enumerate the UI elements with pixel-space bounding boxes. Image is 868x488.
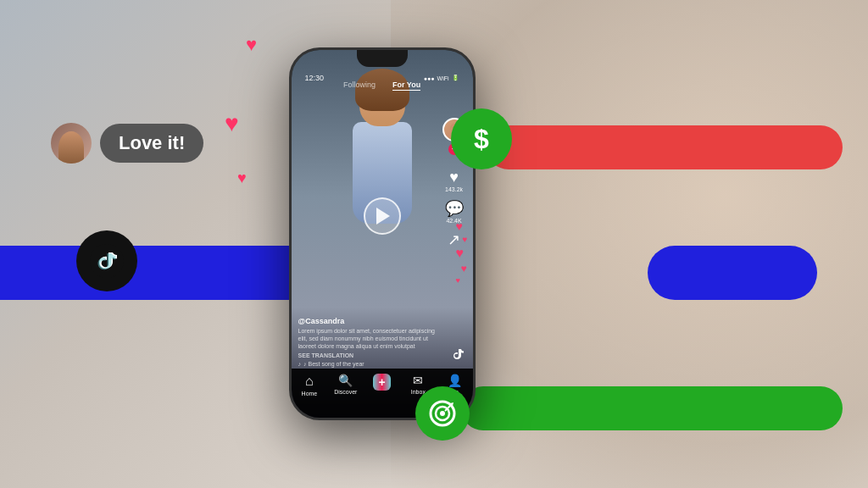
- floating-hearts: ♥ ♥ ♥ ♥ ♥: [456, 219, 468, 285]
- svg-point-3: [440, 411, 445, 416]
- nav-home[interactable]: ⌂ Home: [292, 374, 328, 396]
- love-bubble-wrapper: Love it!: [51, 123, 203, 164]
- user-avatar: [51, 123, 92, 164]
- username: @Cassandra: [298, 317, 442, 325]
- tiktok-icon-circle: [76, 230, 137, 291]
- music-note: ♪: [298, 361, 302, 367]
- phone-wrapper: 12:30 ●●● WiFi 🔋 Following For You +: [289, 47, 476, 420]
- nav-add[interactable]: +: [364, 374, 400, 391]
- home-label: Home: [302, 391, 318, 396]
- love-bubble: Love it!: [100, 124, 203, 163]
- tab-for-you[interactable]: For You: [392, 80, 420, 91]
- inbox-icon: ✉: [413, 374, 423, 387]
- phone: 12:30 ●●● WiFi 🔋 Following For You +: [289, 47, 476, 420]
- red-bar: [487, 125, 843, 169]
- like-section: ♥ 143.2k: [445, 169, 463, 192]
- like-icon[interactable]: ♥: [445, 169, 463, 186]
- tab-following[interactable]: Following: [343, 80, 376, 91]
- love-bubble-text: Love it!: [119, 132, 185, 153]
- floating-heart-4: ♥: [461, 263, 468, 274]
- phone-tabs: Following For You: [292, 80, 473, 91]
- target-icon: [415, 386, 470, 441]
- discover-label: Discover: [334, 389, 357, 395]
- comment-icon[interactable]: 💬: [445, 199, 464, 218]
- see-translation[interactable]: SEE TRANSLATION: [298, 352, 442, 358]
- nav-discover[interactable]: 🔍 Discover: [327, 374, 364, 395]
- floating-heart-5: ♥: [456, 276, 468, 285]
- heart-decoration-2: ♥: [225, 110, 239, 137]
- play-button[interactable]: [364, 197, 401, 235]
- blue-bar-right: [648, 246, 817, 300]
- floating-heart-1: ♥: [456, 219, 468, 233]
- phone-bottom-info: @Cassandra Lorem ipsum dolor sit amet, c…: [298, 317, 442, 367]
- like-count: 143.2k: [445, 186, 463, 192]
- home-icon: ⌂: [305, 374, 314, 389]
- green-bar-bottom: [461, 386, 843, 430]
- search-icon: 🔍: [338, 374, 353, 387]
- video-description: Lorem ipsum dolor sit amet, consectetuer…: [298, 327, 442, 350]
- profile-icon: 👤: [448, 374, 462, 387]
- svg-point-0: [90, 244, 124, 278]
- music-text: ♪ Best song of the year: [303, 361, 364, 367]
- music-info: ♪ ♪ Best song of the year: [298, 361, 442, 367]
- phone-notch: [357, 50, 408, 67]
- tiktok-watermark: [449, 346, 466, 363]
- play-triangle: [376, 208, 390, 225]
- floating-heart-2: ♥: [463, 235, 468, 244]
- floating-heart-3: ♥: [456, 246, 468, 261]
- heart-decoration-1: ♥: [246, 34, 257, 56]
- heart-decoration-3: ♥: [237, 169, 247, 187]
- add-icon[interactable]: +: [373, 374, 390, 391]
- dollar-icon: $: [451, 108, 512, 169]
